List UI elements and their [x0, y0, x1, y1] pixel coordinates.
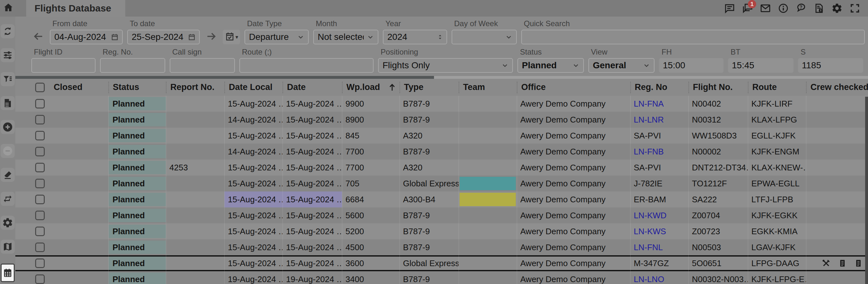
- next-period-button[interactable]: [204, 30, 218, 44]
- sidebar-item-map[interactable]: [1, 240, 15, 254]
- fullscreen-icon[interactable]: [848, 0, 862, 16]
- sort-up-icon[interactable]: [388, 83, 397, 92]
- column-header-status[interactable]: Status: [108, 82, 166, 93]
- reg-no-link[interactable]: LN-FNL: [634, 243, 663, 252]
- row-checkbox[interactable]: [35, 179, 45, 188]
- info-icon[interactable]: [777, 0, 790, 16]
- status-select[interactable]: Planned: [518, 58, 584, 73]
- row-checkbox[interactable]: [35, 99, 45, 108]
- column-header-crew-checked[interactable]: Crew checked: [806, 82, 868, 93]
- vertical-scrollbar-thumb[interactable]: [865, 97, 868, 284]
- document-icon[interactable]: [838, 259, 847, 268]
- sidebar-item-refresh[interactable]: [1, 24, 15, 38]
- cell-date: 15-Aug-2024 …: [282, 112, 342, 128]
- row-checkbox[interactable]: [35, 243, 45, 252]
- call-sign-input[interactable]: [170, 58, 235, 73]
- sidebar-item-filter-list[interactable]: [1, 72, 15, 86]
- column-header-route[interactable]: Route: [748, 82, 806, 93]
- reg-no-link[interactable]: LN-KWS: [634, 226, 666, 237]
- row-checkbox[interactable]: [35, 258, 45, 268]
- reg-no-link[interactable]: LN-FNB: [634, 147, 664, 157]
- table-row[interactable]: Planned14-Aug-2024 …15-Aug-2024 …7700B78…: [16, 144, 868, 159]
- column-header-office[interactable]: Office: [517, 82, 630, 93]
- select-all-checkbox[interactable]: [35, 83, 45, 92]
- table-row[interactable]: Planned15-Aug-2024 …15-Aug-2024 …5600B78…: [16, 207, 868, 223]
- table-row[interactable]: Planned15-Aug-2024 …15-Aug-2024 …6684A30…: [16, 191, 868, 207]
- horizontal-scrollbar-thumb[interactable]: [16, 76, 434, 79]
- date-type-select[interactable]: Departure: [245, 30, 309, 44]
- reg-no-link[interactable]: LN-KWD: [634, 211, 666, 220]
- row-checkbox[interactable]: [35, 226, 45, 236]
- table-row[interactable]: Planned15-Aug-2024 …15-Aug-2024 …845A320…: [16, 128, 868, 144]
- table-row[interactable]: Planned425315-Aug-2024 …15-Aug-2024 …770…: [16, 159, 868, 176]
- row-checkbox[interactable]: [35, 275, 45, 284]
- column-header-closed[interactable]: Closed: [50, 82, 108, 93]
- previous-period-button[interactable]: [31, 30, 45, 44]
- column-header-reg-no[interactable]: Reg. No: [630, 82, 688, 93]
- row-checkbox[interactable]: [35, 163, 45, 172]
- sidebar-item-repeat[interactable]: [1, 192, 15, 206]
- row-checkbox[interactable]: [35, 211, 45, 220]
- comment-icon[interactable]: [723, 0, 736, 16]
- row-checkbox[interactable]: [35, 131, 45, 140]
- table-row[interactable]: Planned15-Aug-2024 …15-Aug-2024 …5200B78…: [16, 223, 868, 239]
- column-header-report-no-[interactable]: Report No.: [166, 82, 224, 93]
- row-checkbox[interactable]: [35, 115, 45, 125]
- reg-no-link[interactable]: LN-LNO: [634, 275, 664, 284]
- arrow-right-icon: [206, 31, 217, 43]
- sidebar-item-calendar[interactable]: [1, 263, 15, 282]
- route-input[interactable]: [239, 58, 374, 73]
- sidebar-item-clear[interactable]: [1, 168, 15, 182]
- tools-icon[interactable]: [822, 258, 831, 268]
- report-info-icon[interactable]: [812, 0, 826, 16]
- table-body: Planned15-Aug-2024 …15-Aug-2024 …9900B78…: [16, 96, 868, 284]
- column-header-date-local[interactable]: Date Local: [224, 82, 282, 93]
- table-row[interactable]: Planned14-Aug-2024 …15-Aug-2024 …8900B78…: [16, 112, 868, 128]
- table-row[interactable]: Planned15-Aug-2024 …15-Aug-2024 …9900B78…: [16, 96, 868, 112]
- sidebar-item-add[interactable]: [1, 120, 15, 134]
- calendar-icon[interactable]: [188, 33, 196, 41]
- sidebar-item-export-table[interactable]: [1, 96, 15, 110]
- to-date-input[interactable]: 25-Sep-2024: [127, 30, 200, 44]
- year-spinner[interactable]: 2024: [383, 30, 447, 44]
- settings-icon[interactable]: [830, 0, 844, 16]
- date-preset-button[interactable]: ▾: [223, 30, 240, 44]
- document-icon[interactable]: [854, 259, 863, 268]
- reg-no-input[interactable]: [100, 58, 165, 73]
- positioning-select[interactable]: Flights Only: [378, 58, 513, 73]
- table-row[interactable]: Planned15-Aug-2024 …15-Aug-2024 …3600Glo…: [16, 255, 868, 271]
- calendar-icon[interactable]: [111, 33, 119, 41]
- row-checkbox[interactable]: [35, 194, 45, 204]
- cell-status: Planned: [108, 255, 166, 271]
- sidebar-item-filter-settings[interactable]: [1, 48, 15, 62]
- column-header-type[interactable]: Type: [400, 82, 459, 93]
- view-select[interactable]: General: [588, 58, 654, 73]
- reg-no-link[interactable]: LN-FNA: [634, 99, 664, 109]
- tab-flights-database[interactable]: Flights Database: [26, 0, 125, 16]
- day-of-week-select[interactable]: [452, 30, 517, 44]
- flight-id-input[interactable]: [31, 58, 96, 73]
- quick-search-input[interactable]: [521, 30, 865, 44]
- cell-date-local: 15-Aug-2024 …: [224, 239, 282, 255]
- column-header-team[interactable]: Team: [459, 82, 517, 93]
- table-row[interactable]: Planned15-Aug-2024 …15-Aug-2024 …705Glob…: [16, 176, 868, 191]
- forum-icon[interactable]: 1: [741, 0, 754, 16]
- spinner-icon[interactable]: [437, 32, 443, 42]
- column-header-date[interactable]: Date: [282, 82, 342, 93]
- from-date-input[interactable]: 04-Aug-2024: [50, 30, 123, 44]
- mail-icon[interactable]: [759, 0, 772, 16]
- column-header-flight-no-[interactable]: Flight No.: [688, 82, 748, 93]
- sidebar-item-remove[interactable]: [1, 144, 15, 158]
- column-header-wp-load[interactable]: Wp.load: [342, 82, 400, 93]
- sidebar-item-settings[interactable]: [1, 216, 15, 230]
- reg-no-link[interactable]: LN-LNR: [634, 115, 664, 125]
- cell-select: [16, 144, 50, 159]
- table-row[interactable]: Planned19-Aug-2024 …19-Aug-2024 …3400B78…: [16, 271, 868, 284]
- row-checkbox[interactable]: [35, 147, 45, 156]
- cell-type: Global Express: [400, 176, 459, 191]
- help-icon[interactable]: ?: [795, 0, 808, 16]
- horizontal-scrollbar-track[interactable]: [16, 76, 868, 79]
- home-button[interactable]: [0, 0, 17, 16]
- table-row[interactable]: Planned15-Aug-2024 …15-Aug-2024 …4500B78…: [16, 239, 868, 255]
- month-select[interactable]: Not selected: [313, 30, 378, 44]
